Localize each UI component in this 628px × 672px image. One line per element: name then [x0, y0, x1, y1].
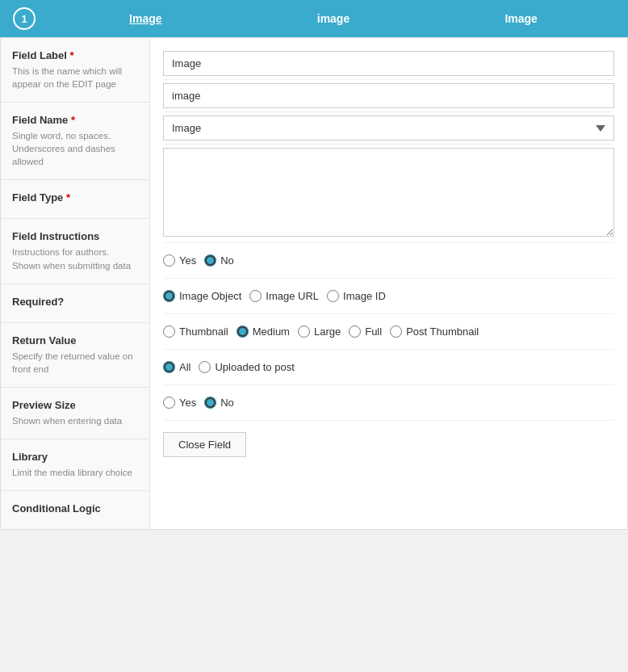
preview-thumbnail-option[interactable]: Thumbnail	[163, 326, 228, 338]
content-area: Image Text Textarea Number Email File Ga…	[150, 38, 627, 529]
main-container: Field Label * This is the name which wil…	[0, 37, 628, 530]
conditional-yes-option[interactable]: Yes	[163, 397, 196, 409]
field-label-row	[163, 51, 614, 80]
close-field-button[interactable]: Close Field	[163, 432, 246, 457]
sidebar-field-name-desc: Single word, no spaces. Underscores and …	[12, 129, 138, 168]
preview-size-radio-group: Thumbnail Medium Large Full Post Thumbna…	[163, 317, 614, 346]
sidebar-return-value-desc: Specify the returned value on front end	[12, 350, 138, 376]
header-tab-3[interactable]: Image	[488, 12, 553, 25]
required-yes-option[interactable]: Yes	[163, 254, 196, 267]
sidebar-preview-size-section: Preview Size Shown when entering data	[1, 388, 149, 439]
field-type-select[interactable]: Image Text Textarea Number Email File Ga…	[163, 116, 614, 141]
library-all-option[interactable]: All	[163, 361, 190, 373]
library-row: All Uploaded to post	[163, 353, 614, 385]
field-type-row: Image Text Textarea Number Email File Ga…	[163, 116, 614, 145]
sidebar-field-label-title: Field Label *	[12, 49, 138, 61]
conditional-no-option[interactable]: No	[204, 397, 234, 409]
header-tab-2[interactable]: image	[301, 12, 366, 25]
return-image-id-option[interactable]: Image ID	[327, 290, 386, 302]
sidebar-preview-size-title: Preview Size	[12, 399, 138, 411]
sidebar-field-type-section: Field Type *	[1, 180, 149, 219]
sidebar: Field Label * This is the name which wil…	[1, 38, 150, 529]
conditional-logic-radio-group: Yes No	[163, 388, 614, 417]
sidebar-field-label-desc: This is the name which will appear on th…	[12, 65, 138, 90]
return-image-id-radio[interactable]	[327, 290, 339, 302]
field-name-input[interactable]	[163, 83, 614, 108]
required-no-option[interactable]: No	[204, 254, 234, 267]
header: 1 Image image Image	[0, 0, 628, 37]
preview-post-thumbnail-option[interactable]: Post Thumbnail	[390, 326, 479, 338]
sidebar-field-instructions-title: Field Instructions	[12, 230, 138, 242]
preview-size-row: Thumbnail Medium Large Full Post Thumbna…	[163, 317, 614, 350]
preview-large-option[interactable]: Large	[298, 326, 341, 338]
conditional-logic-row: Yes No	[163, 388, 614, 421]
sidebar-required-title: Required?	[12, 296, 138, 308]
header-tab-1[interactable]: Image	[113, 12, 178, 25]
preview-large-radio[interactable]	[298, 326, 310, 338]
header-tabs: Image image Image	[52, 12, 615, 25]
sidebar-library-title: Library	[12, 451, 138, 463]
return-image-url-option[interactable]: Image URL	[249, 290, 319, 302]
required-yes-radio[interactable]	[163, 254, 175, 267]
sidebar-field-type-title: Field Type *	[12, 191, 138, 204]
sidebar-conditional-logic-section: Conditional Logic	[1, 491, 149, 529]
library-all-radio[interactable]	[163, 361, 175, 373]
sidebar-return-value-title: Return Value	[12, 334, 138, 346]
close-field-row: Close Field	[163, 424, 614, 457]
field-label-required: *	[70, 49, 74, 61]
required-radio-group: Yes No	[163, 246, 614, 275]
return-value-row: Image Object Image URL Image ID	[163, 282, 614, 314]
field-name-required: *	[71, 114, 75, 126]
sidebar-field-name-section: Field Name * Single word, no spaces. Und…	[1, 103, 149, 180]
sidebar-preview-size-desc: Shown when entering data	[12, 414, 138, 427]
preview-full-radio[interactable]	[349, 326, 361, 338]
library-radio-group: All Uploaded to post	[163, 353, 614, 381]
sidebar-field-label-section: Field Label * This is the name which wil…	[1, 38, 149, 103]
sidebar-required-section: Required?	[1, 284, 149, 323]
preview-post-thumbnail-radio[interactable]	[390, 326, 402, 338]
return-image-object-option[interactable]: Image Object	[163, 290, 241, 302]
sidebar-return-value-section: Return Value Specify the returned value …	[1, 323, 149, 388]
return-image-object-radio[interactable]	[163, 290, 175, 302]
preview-full-option[interactable]: Full	[349, 326, 382, 338]
field-instructions-textarea[interactable]	[163, 148, 614, 237]
field-type-required: *	[66, 191, 70, 204]
conditional-yes-radio[interactable]	[163, 397, 175, 409]
preview-medium-radio[interactable]	[237, 326, 249, 338]
field-label-input[interactable]	[163, 51, 614, 76]
field-instructions-row	[163, 148, 614, 243]
library-uploaded-option[interactable]: Uploaded to post	[199, 361, 294, 373]
required-row: Yes No	[163, 246, 614, 279]
sidebar-field-instructions-section: Field Instructions Instructions for auth…	[1, 219, 149, 284]
preview-medium-option[interactable]: Medium	[237, 326, 290, 338]
sidebar-conditional-logic-title: Conditional Logic	[12, 502, 138, 514]
return-image-url-radio[interactable]	[249, 290, 262, 302]
conditional-no-radio[interactable]	[204, 397, 216, 409]
required-no-radio[interactable]	[204, 254, 216, 267]
sidebar-field-name-title: Field Name *	[12, 114, 138, 126]
library-uploaded-radio[interactable]	[199, 361, 211, 373]
sidebar-library-desc: Limit the media library choice	[12, 466, 138, 479]
preview-thumbnail-radio[interactable]	[163, 326, 175, 338]
sidebar-field-instructions-desc: Instructions for authors. Shown when sub…	[12, 246, 138, 271]
step-indicator: 1	[13, 7, 36, 30]
return-value-radio-group: Image Object Image URL Image ID	[163, 282, 614, 310]
field-name-row	[163, 83, 614, 112]
sidebar-library-section: Library Limit the media library choice	[1, 439, 149, 491]
